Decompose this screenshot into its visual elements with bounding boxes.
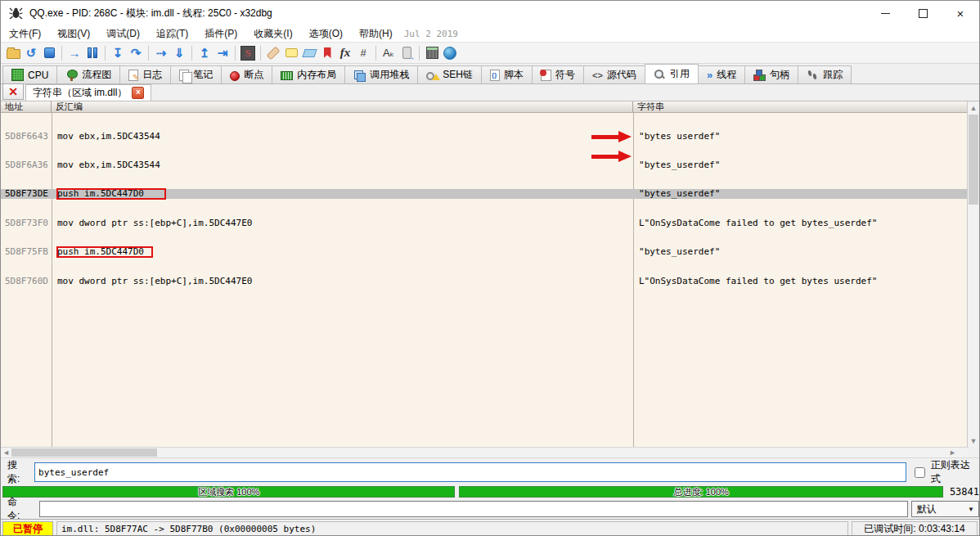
total-progressbar: 总进度: 100% — [459, 486, 942, 498]
scroll-up-icon[interactable]: ▲ — [968, 101, 979, 114]
close-tab-icon[interactable]: × — [132, 87, 144, 99]
scroll-right-icon[interactable]: ► — [947, 448, 958, 457]
toolbar-separator — [148, 46, 149, 61]
labels-icon[interactable] — [300, 45, 318, 61]
comments-icon[interactable] — [282, 45, 300, 61]
tab-symbols[interactable]: 符号 — [532, 65, 584, 83]
disassembly-cell: push im.5DC447D0 — [52, 189, 633, 199]
trace-into-icon[interactable]: ⇢ — [152, 45, 170, 61]
minimize-button[interactable] — [866, 1, 904, 25]
pause-icon[interactable] — [83, 45, 101, 61]
step-into-icon[interactable]: ↧ — [109, 45, 127, 61]
tab-seh[interactable]: SEH链 — [417, 65, 482, 83]
patches-icon[interactable] — [264, 45, 282, 61]
tab-label: 句柄 — [770, 68, 789, 82]
column-header-address[interactable]: 地址 — [1, 101, 52, 112]
close-icon: ✕ — [8, 86, 18, 97]
threads-icon: » — [707, 70, 713, 81]
column-header-string[interactable]: 字符串 — [633, 101, 969, 112]
horizontal-scrollbar[interactable]: ◄ ► — [1, 447, 969, 457]
memory-bytes-icon[interactable]: # — [354, 45, 372, 61]
menu-file[interactable]: 文件(F) — [1, 25, 49, 43]
tab-graph[interactable]: 流程图 — [56, 65, 120, 83]
tab-cpu[interactable]: CPU — [2, 65, 57, 83]
menu-trace[interactable]: 追踪(T) — [148, 25, 196, 43]
table-header: 地址 反汇编 字符串 — [1, 101, 969, 113]
search-input[interactable] — [34, 462, 906, 482]
references-table[interactable]: 地址 反汇编 字符串 5D8F6643 mov ebx,im.5DC43544 … — [1, 101, 969, 447]
modules-icon[interactable] — [398, 45, 416, 61]
tab-memory-map[interactable]: 内存布局 — [272, 65, 345, 83]
annotation-red-arrow — [591, 151, 632, 162]
graph-icon — [65, 70, 78, 81]
seh-chain-icon[interactable]: S — [239, 45, 257, 61]
menu-debug[interactable]: 调试(D) — [98, 25, 148, 43]
tab-threads[interactable]: »线程 — [698, 65, 745, 83]
disassembly-cell: mov dword ptr ss:[ebp+C],im.5DC447E0 — [52, 277, 633, 286]
internet-icon[interactable] — [441, 45, 459, 61]
tab-references[interactable]: 引用 — [645, 64, 699, 83]
tab-trace[interactable]: 跟踪 — [798, 65, 852, 83]
command-profile-dropdown[interactable]: 默认 ▼ — [911, 501, 979, 517]
regex-label[interactable]: 正则表达式 — [931, 458, 979, 486]
regex-checkbox[interactable] — [915, 467, 925, 478]
restart-icon[interactable]: ↺ — [22, 45, 40, 61]
search-match: bytes_userdef — [645, 132, 715, 142]
minimize-icon — [881, 13, 890, 14]
progress-row: 区域搜索 100% 总进度: 100% 53841 — [1, 485, 979, 498]
strings-region-tab[interactable]: 字符串（区域 im.dll） × — [25, 84, 151, 101]
scroll-down-icon[interactable]: ▼ — [968, 435, 979, 447]
menu-plugins[interactable]: 插件(P) — [196, 25, 245, 43]
text-strings-icon[interactable]: Aₖ — [380, 45, 398, 61]
maximize-button[interactable] — [904, 1, 942, 25]
menu-favourites[interactable]: 收藏夹(I) — [245, 25, 300, 43]
progress-label: 区域搜索 100% — [198, 486, 259, 498]
tab-label: 日志 — [142, 68, 162, 82]
table-row[interactable]: 5D8F6643 mov ebx,im.5DC43544 "bytes_user… — [1, 132, 969, 142]
column-header-disassembly[interactable]: 反汇编 — [52, 101, 633, 112]
run-to-user-code-icon[interactable]: ⇥ — [214, 45, 232, 61]
tab-script[interactable]: 脚本 — [481, 65, 533, 83]
table-row[interactable]: 5D8F6A36 mov ebx,im.5DC43544 "bytes_user… — [1, 160, 969, 170]
notes-icon — [179, 70, 189, 81]
table-row[interactable]: 5D8F75FB push im.5DC447D0 "bytes_userdef… — [1, 247, 969, 257]
trace-over-icon[interactable]: ⇓ — [170, 45, 188, 61]
tab-handles[interactable]: 句柄 — [744, 65, 798, 83]
window-title: QQ.exe - PID: 268C - 模块: im.dll - 线程: 25… — [29, 7, 272, 20]
tab-label: 线程 — [717, 68, 736, 82]
close-button[interactable]: × — [942, 1, 979, 25]
disassembly-cell: mov ebx,im.5DC43544 — [52, 160, 633, 170]
scrollbar-thumb[interactable] — [969, 115, 978, 205]
tab-notes[interactable]: 笔记 — [170, 65, 222, 83]
scroll-left-icon[interactable]: ◄ — [1, 448, 11, 457]
search-row: 搜索: 正则表达式 — [1, 457, 979, 486]
tab-label: 源代码 — [607, 68, 636, 82]
title-bar[interactable]: QQ.exe - PID: 268C - 模块: im.dll - 线程: 25… — [1, 1, 979, 25]
stop-icon[interactable] — [40, 45, 58, 61]
memory-icon — [281, 71, 293, 80]
handles-icon — [753, 70, 766, 81]
tab-breakpoints[interactable]: 断点 — [221, 65, 272, 83]
run-icon[interactable]: → — [65, 45, 83, 61]
menu-view[interactable]: 视图(V) — [49, 25, 98, 43]
table-row[interactable]: 5D8F760D mov dword ptr ss:[ebp+C],im.5DC… — [1, 277, 969, 286]
vertical-scrollbar[interactable]: ▲ ▼ — [967, 101, 979, 447]
execute-till-return-icon[interactable]: ↥ — [196, 45, 214, 61]
menu-help[interactable]: 帮助(H) — [351, 25, 401, 43]
command-input[interactable] — [39, 501, 908, 517]
scrollbar-thumb[interactable] — [11, 448, 157, 457]
step-over-icon[interactable]: ↷ — [127, 45, 145, 61]
tab-label: 跟踪 — [823, 68, 843, 82]
calculator-icon[interactable] — [423, 45, 441, 61]
close-all-references-button[interactable]: ✕ — [2, 83, 24, 100]
bookmarks-icon[interactable] — [318, 45, 336, 61]
string-cell: "bytes_userdef" — [633, 247, 969, 257]
menu-options[interactable]: 选项(O) — [301, 25, 351, 43]
tab-source[interactable]: <>源代码 — [583, 65, 645, 83]
open-file-icon[interactable] — [4, 45, 22, 61]
functions-icon[interactable]: fx — [336, 45, 354, 61]
table-row[interactable]: 5D8F73F0 mov dword ptr ss:[ebp+C],im.5DC… — [1, 218, 969, 228]
tab-call-stack[interactable]: 调用堆栈 — [344, 65, 418, 83]
tab-log[interactable]: 日志 — [119, 65, 171, 83]
table-row-selected[interactable]: 5D8F73DE push im.5DC447D0 "bytes_userdef… — [1, 189, 969, 199]
